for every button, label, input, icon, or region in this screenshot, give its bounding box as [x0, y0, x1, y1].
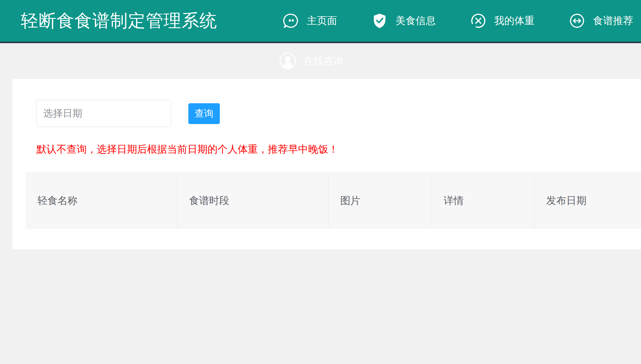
circle-arrows-icon [569, 13, 585, 29]
online-consult-label: 在线咨询 [303, 54, 344, 68]
nav-item-home[interactable]: 主页面 [283, 13, 337, 29]
column-header-details: 详情 [432, 173, 534, 228]
app-title: 轻断食食谱制定管理系统 [21, 9, 217, 33]
query-hint-text: 默认不查询，选择日期后根据当前日期的个人体重，推荐早中晚饭！ [36, 143, 338, 156]
shield-check-icon [371, 13, 388, 29]
column-header-publish-date: 发布日期 [534, 173, 641, 228]
recipe-table-header: 轻食名称 食谱时段 图片 详情 发布日期 [26, 173, 641, 229]
user-circle-icon [279, 53, 296, 69]
date-picker-input[interactable] [36, 100, 171, 127]
online-consult-link[interactable]: 在线咨询 [0, 43, 632, 79]
nav-item-my-weight[interactable]: 我的体重 [470, 13, 534, 29]
nav-item-label: 美食信息 [396, 14, 436, 28]
nav-item-recipe-recommend[interactable]: 食谱推荐 [569, 13, 633, 29]
circle-close-icon [470, 13, 486, 29]
nav-item-label: 主页面 [307, 14, 337, 28]
nav-item-label: 我的体重 [494, 14, 534, 28]
nav-item-food-info[interactable]: 美食信息 [371, 13, 436, 29]
column-header-recipe-period: 食谱时段 [177, 173, 329, 228]
main-nav: 主页面 美食信息 我的体重 [283, 13, 633, 29]
column-header-light-food-name: 轻食名称 [26, 173, 177, 228]
nav-item-label: 食谱推荐 [593, 14, 633, 28]
column-header-image: 图片 [329, 173, 432, 228]
comment-icon [283, 13, 299, 29]
app-header: 轻断食食谱制定管理系统 主页面 美食信息 [0, 0, 641, 43]
query-button[interactable]: 查询 [188, 103, 220, 124]
content-card: 查询 默认不查询，选择日期后根据当前日期的个人体重，推荐早中晚饭！ 轻食名称 食… [12, 79, 641, 249]
